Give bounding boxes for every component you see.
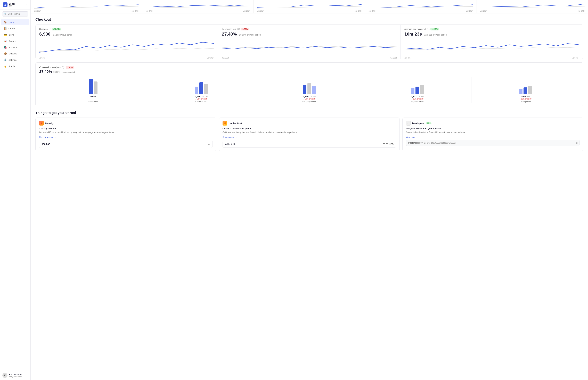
sidebar-item-settings[interactable]: ⚙️ Settings	[1, 57, 29, 63]
funnel-order-placed: 1,901 56s ↓ 30% drop off Order placed	[472, 77, 579, 103]
conversion-rate-chart: Jan 2024 Jan 2024	[222, 39, 397, 56]
conversion-rate-prev: 28.60% previous period	[239, 34, 261, 36]
sidebar-item-products[interactable]: 🛍️ Products	[1, 44, 29, 50]
funnel-order-bar-gray	[528, 86, 532, 94]
card-classify: 🔺 Classify Classify an item Automate HS …	[35, 117, 216, 151]
things-title: Things to get you started	[35, 111, 583, 115]
conversion-rate-info-icon[interactable]: i	[237, 28, 240, 30]
brand-id: 909	[9, 5, 16, 7]
checkout-metrics-row: Sessions i +12.24% 6,936 6,124 previous …	[35, 24, 583, 59]
sidebar-item-billing[interactable]: 💳 Billing	[1, 32, 29, 38]
funnel-cart-time: –	[93, 98, 94, 100]
user-profile[interactable]: RS Ron Swanson ron@zonos.com	[0, 371, 30, 380]
mini-chart-1-date-right: Jan 2024	[132, 10, 138, 12]
analysis-value-row: 27.40% 28.60% previous period	[39, 69, 579, 74]
analysis-header: Conversion analysis i -1.20%	[39, 66, 579, 69]
funnel-shipping-label: Shipping method	[302, 100, 317, 103]
cards-row: 🔺 Classify Classify an item Automate HS …	[35, 117, 583, 151]
sessions-metric: Sessions i +12.24% 6,936 6,124 previous …	[36, 25, 218, 59]
funnel-shipping-stat: 2,896	[303, 95, 309, 98]
funnel-customer-time: 2m 12s	[201, 95, 208, 98]
funnel-order-stat: 1,901	[521, 95, 526, 98]
funnel-shipping-time: 1m 45s	[309, 95, 316, 98]
landed-arrow-icon: →	[235, 136, 237, 138]
shipping-icon: 📦	[4, 52, 7, 55]
sidebar-item-home[interactable]: 🏠 Home	[1, 19, 29, 25]
funnel-order-bar-blue	[524, 87, 527, 94]
publishable-key-row: Publishable key pk_live_243u48239h82hf23…	[406, 140, 580, 146]
mini-chart-2-date-right: Jan 2024	[243, 10, 250, 12]
mini-chart-3: Jan 2024 Jan 2024	[254, 0, 365, 13]
conversion-chart-date-right: Jan 2024	[390, 57, 397, 59]
conversion-analysis-section: Conversion analysis i -1.20% 27.40% 28.6…	[35, 62, 583, 106]
sidebar-item-shipping[interactable]: 📦 Shipping	[1, 51, 29, 57]
funnel-customer-bar-gray	[204, 84, 208, 94]
sessions-chart-date-right: Jan 2024	[207, 57, 214, 59]
funnel-customer-label: Customer info	[195, 100, 207, 103]
sidebar-header: Z Zonos 909 ⌃	[0, 0, 30, 10]
sidebar-item-reports-label: Reports	[8, 40, 16, 42]
quick-search-button[interactable]: 🔍 Quick search	[2, 11, 28, 17]
mini-chart-5: Jan 2024 Jan 2024	[477, 0, 588, 13]
mini-chart-3-date-left: Jan 2024	[257, 10, 264, 12]
landed-preview-label: White tshirt	[225, 143, 236, 145]
orders-icon: 📋	[4, 27, 7, 30]
sidebar-item-admin-label: Admin	[8, 65, 15, 68]
mini-charts-row: Jan 2024 Jan 2024 Jan 2024 Jan 2024 Jan …	[31, 0, 588, 13]
card-landed: 🔥 Landed Cost Create a landed cost quote…	[219, 117, 400, 151]
funnel-customer-bar-light	[195, 87, 198, 94]
sidebar-item-reports[interactable]: 📊 Reports	[1, 38, 29, 44]
sidebar: Z Zonos 909 ⌃ 🔍 Quick search 🏠 Home 📋 Or…	[0, 0, 31, 380]
funnel-row: 6,936 – Cart created 4,456 2m 12s ↓	[39, 77, 579, 103]
key-value: pk_live_243u48239h82hf239h9jf3920jf	[424, 142, 575, 144]
analysis-info-icon[interactable]: i	[62, 66, 64, 69]
landed-link-text: Create quote	[223, 136, 234, 138]
funnel-payment-details: 2,172 1m 23s ↓ 25% drop off Payment deta…	[363, 77, 472, 103]
avg-time-info-icon[interactable]: i	[427, 28, 429, 30]
funnel-cart-bar-gray	[94, 81, 97, 94]
funnel-shipping-drop: ↓ 19% drop off	[303, 98, 315, 100]
dev-subtitle: Integrate Zonos into your system	[406, 127, 580, 130]
checkout-title: Checkout	[35, 18, 583, 21]
live-badge: Live	[426, 122, 432, 124]
mini-chart-1: Jan 2024 Jan 2024	[31, 0, 142, 13]
funnel-customer-bars	[195, 77, 208, 94]
analysis-pct: 27.40%	[39, 69, 52, 74]
dev-link[interactable]: View docs →	[406, 136, 580, 138]
funnel-order-label: Order placed	[520, 100, 531, 103]
copy-key-button[interactable]: ⧉	[576, 142, 577, 144]
classify-category: Classify	[45, 122, 54, 125]
classify-icon: 🔺	[39, 121, 44, 126]
avg-time-metric: Average time to convert i +2.43% 10m 23s…	[401, 25, 583, 59]
main-content: Jan 2024 Jan 2024 Jan 2024 Jan 2024 Jan …	[31, 0, 588, 380]
classify-link[interactable]: Classify an item →	[39, 136, 213, 138]
mini-chart-2: Jan 2024 Jan 2024	[142, 0, 253, 13]
dev-icon: { }	[406, 121, 411, 126]
sidebar-item-products-label: Products	[8, 46, 17, 49]
sessions-chart-date-left: Jan 2024	[39, 57, 46, 59]
funnel-payment-drop: ↓ 25% drop off	[411, 98, 423, 100]
landed-link[interactable]: Create quote →	[223, 136, 396, 138]
funnel-order-bar-light	[519, 89, 523, 94]
funnel-payment-stat: 2,172	[411, 95, 417, 98]
funnel-cart-bars	[89, 77, 97, 94]
mini-chart-2-date-left: Jan 2024	[146, 10, 152, 12]
landed-desc: Get transparent duty, tax, and fee calcu…	[223, 131, 396, 134]
funnel-shipping-bar-blue	[303, 85, 306, 94]
chevron-icon: ⌃	[26, 3, 28, 6]
quick-search-label: Quick search	[8, 13, 20, 15]
sidebar-logo: Z Zonos 909	[3, 2, 16, 7]
avg-time-value: 10m 23s	[404, 32, 422, 37]
search-icon: 🔍	[4, 13, 6, 15]
avg-time-chart-date-right: Jan 2024	[572, 57, 579, 59]
sidebar-item-orders[interactable]: 📋 Orders	[1, 25, 29, 32]
reports-icon: 📊	[4, 39, 7, 42]
logo-icon: Z	[3, 2, 7, 7]
analysis-title: Conversion analysis	[39, 66, 60, 69]
landed-preview-value: 69.00 USD	[383, 143, 394, 145]
sidebar-item-admin[interactable]: 🔒 Admin	[1, 63, 29, 69]
mini-chart-4-date-left: Jan 2024	[369, 10, 376, 12]
dev-category: Developers	[412, 122, 424, 125]
sessions-badge: +12.24%	[52, 28, 62, 30]
sessions-info-icon[interactable]: i	[49, 28, 51, 30]
